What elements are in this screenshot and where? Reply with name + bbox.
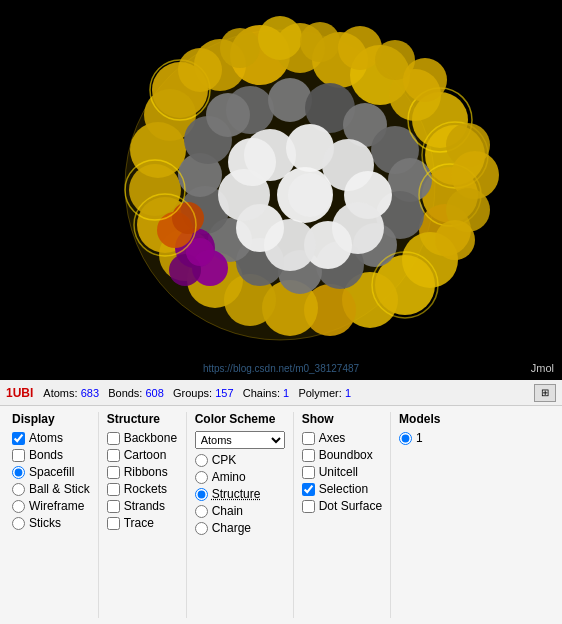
watermark: https://blog.csdn.net/m0_38127487 xyxy=(203,363,359,374)
cartoon-item[interactable]: Cartoon xyxy=(107,448,178,462)
bonds-val: 608 xyxy=(145,387,163,399)
cpk-radio[interactable] xyxy=(195,454,208,467)
pdb-id: 1UBI xyxy=(6,386,33,400)
wireframe-label[interactable]: Wireframe xyxy=(29,499,84,513)
atoms-val: 683 xyxy=(81,387,99,399)
ballstick-item[interactable]: Ball & Stick xyxy=(12,482,90,496)
chain-item[interactable]: Chain xyxy=(195,504,285,518)
rockets-item[interactable]: Rockets xyxy=(107,482,178,496)
rockets-label[interactable]: Rockets xyxy=(124,482,167,496)
boundbox-checkbox[interactable] xyxy=(302,449,315,462)
boundbox-item[interactable]: Boundbox xyxy=(302,448,382,462)
show-section: Show Axes Boundbox Unitcell Selection Do… xyxy=(294,412,391,618)
cpk-label[interactable]: CPK xyxy=(212,453,237,467)
spacefill-label[interactable]: Spacefill xyxy=(29,465,74,479)
svg-point-50 xyxy=(228,138,276,186)
dotsurface-checkbox[interactable] xyxy=(302,500,315,513)
model1-item[interactable]: 1 xyxy=(399,431,453,445)
dotsurface-label[interactable]: Dot Surface xyxy=(319,499,382,513)
backbone-checkbox[interactable] xyxy=(107,432,120,445)
svg-point-26 xyxy=(268,78,312,122)
info-text: Atoms: 683 Bonds: 608 Groups: 157 Chains… xyxy=(43,387,351,399)
atoms-checkbox[interactable] xyxy=(12,432,25,445)
trace-checkbox[interactable] xyxy=(107,517,120,530)
cartoon-checkbox[interactable] xyxy=(107,449,120,462)
strands-item[interactable]: Strands xyxy=(107,499,178,513)
atoms-item[interactable]: Atoms xyxy=(12,431,90,445)
selection-checkbox[interactable] xyxy=(302,483,315,496)
atoms-label: Atoms: xyxy=(43,387,77,399)
amino-item[interactable]: Amino xyxy=(195,470,285,484)
rockets-checkbox[interactable] xyxy=(107,483,120,496)
structure-section: Structure Backbone Cartoon Ribbons Rocke… xyxy=(99,412,187,618)
groups-val: 157 xyxy=(215,387,233,399)
trace-item[interactable]: Trace xyxy=(107,516,178,530)
polymer-label: Polymer: xyxy=(298,387,341,399)
color-scheme-select[interactable]: Atoms CPK Amino Structure Chain Charge xyxy=(195,431,285,449)
model1-label[interactable]: 1 xyxy=(416,431,423,445)
chain-label[interactable]: Chain xyxy=(212,504,243,518)
backbone-label[interactable]: Backbone xyxy=(124,431,177,445)
sticks-radio[interactable] xyxy=(12,517,25,530)
selection-item[interactable]: Selection xyxy=(302,482,382,496)
color-scheme-section: Color Scheme Atoms CPK Amino Structure C… xyxy=(187,412,294,618)
strands-checkbox[interactable] xyxy=(107,500,120,513)
dotsurface-item[interactable]: Dot Surface xyxy=(302,499,382,513)
bonds-item[interactable]: Bonds xyxy=(12,448,90,462)
svg-point-40 xyxy=(206,93,250,137)
ribbons-label[interactable]: Ribbons xyxy=(124,465,168,479)
chain-radio[interactable] xyxy=(195,505,208,518)
bonds-label[interactable]: Bonds xyxy=(29,448,63,462)
svg-point-58 xyxy=(172,202,204,234)
unitcell-checkbox[interactable] xyxy=(302,466,315,479)
spacefill-radio[interactable] xyxy=(12,466,25,479)
svg-point-68 xyxy=(258,16,302,60)
svg-point-66 xyxy=(178,48,222,92)
unitcell-label[interactable]: Unitcell xyxy=(319,465,358,479)
models-title: Models xyxy=(399,412,453,426)
axes-label[interactable]: Axes xyxy=(319,431,346,445)
chains-val: 1 xyxy=(283,387,289,399)
amino-radio[interactable] xyxy=(195,471,208,484)
svg-point-76 xyxy=(435,220,475,260)
svg-point-69 xyxy=(300,22,340,62)
strands-label[interactable]: Strands xyxy=(124,499,165,513)
ballstick-label[interactable]: Ball & Stick xyxy=(29,482,90,496)
wireframe-radio[interactable] xyxy=(12,500,25,513)
mol-viewer[interactable]: Jmol https://blog.csdn.net/m0_38127487 xyxy=(0,0,562,380)
controls-panel: Display Atoms Bonds Spacefill Ball & Sti… xyxy=(0,406,562,624)
backbone-item[interactable]: Backbone xyxy=(107,431,178,445)
wireframe-item[interactable]: Wireframe xyxy=(12,499,90,513)
svg-point-52 xyxy=(288,173,332,217)
sticks-item[interactable]: Sticks xyxy=(12,516,90,530)
axes-checkbox[interactable] xyxy=(302,432,315,445)
amino-label[interactable]: Amino xyxy=(212,470,246,484)
ribbons-checkbox[interactable] xyxy=(107,466,120,479)
charge-radio[interactable] xyxy=(195,522,208,535)
unitcell-item[interactable]: Unitcell xyxy=(302,465,382,479)
trace-label[interactable]: Trace xyxy=(124,516,154,530)
expand-button[interactable]: ⊞ xyxy=(534,384,556,402)
spacefill-item[interactable]: Spacefill xyxy=(12,465,90,479)
charge-label[interactable]: Charge xyxy=(212,521,251,535)
display-section: Display Atoms Bonds Spacefill Ball & Sti… xyxy=(4,412,99,618)
sticks-label[interactable]: Sticks xyxy=(29,516,61,530)
atoms-label[interactable]: Atoms xyxy=(29,431,63,445)
display-title: Display xyxy=(12,412,90,426)
selection-label[interactable]: Selection xyxy=(319,482,368,496)
groups-label: Groups: xyxy=(173,387,212,399)
structure-color-label[interactable]: Structure xyxy=(212,487,261,501)
ribbons-item[interactable]: Ribbons xyxy=(107,465,178,479)
boundbox-label[interactable]: Boundbox xyxy=(319,448,373,462)
ballstick-radio[interactable] xyxy=(12,483,25,496)
cpk-item[interactable]: CPK xyxy=(195,453,285,467)
axes-item[interactable]: Axes xyxy=(302,431,382,445)
structure-color-item[interactable]: Structure xyxy=(195,487,285,501)
structure-radio[interactable] xyxy=(195,488,208,501)
model1-radio[interactable] xyxy=(399,432,412,445)
cartoon-label[interactable]: Cartoon xyxy=(124,448,167,462)
charge-item[interactable]: Charge xyxy=(195,521,285,535)
bonds-label: Bonds: xyxy=(108,387,142,399)
bonds-checkbox[interactable] xyxy=(12,449,25,462)
models-section: Models 1 xyxy=(391,412,461,618)
